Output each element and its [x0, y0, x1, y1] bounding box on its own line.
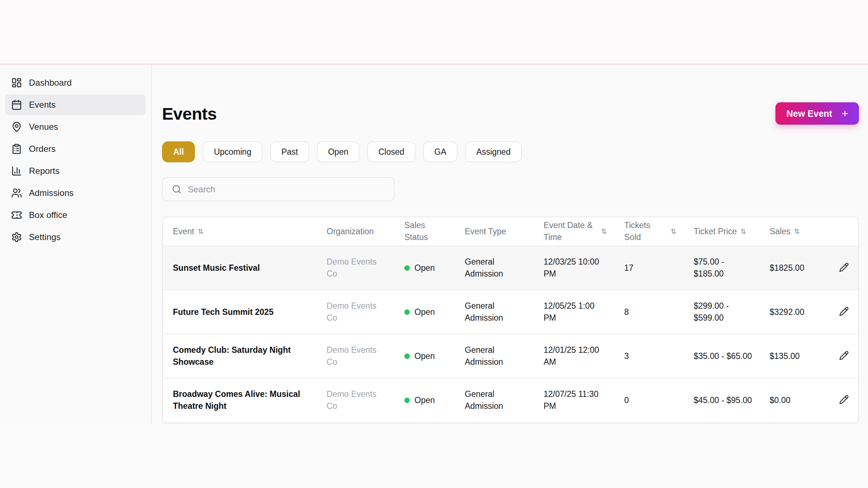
cell-ticket-price: $75.00 - $185.00 [684, 256, 760, 280]
filter-pill-past[interactable]: Past [270, 141, 309, 162]
cell-organization: Demo Events Co [316, 388, 394, 412]
filter-pill-upcoming[interactable]: Upcoming [203, 141, 263, 162]
filter-pill-assigned[interactable]: Assigned [465, 141, 522, 162]
cell-event-type: General Admission [455, 344, 533, 368]
sort-icon[interactable]: ⇅ [601, 226, 607, 237]
pencil-icon [839, 262, 849, 272]
edit-event-button[interactable] [837, 393, 851, 408]
cell-sales: $135.00 [760, 350, 827, 362]
status-label: Open [414, 262, 435, 274]
table-clipped-footer [163, 422, 858, 424]
column-header-label: Event Date & Time [544, 219, 597, 243]
cell-event-name: Future Tech Summit 2025 [163, 306, 316, 318]
cell-sales-status: Open [394, 350, 455, 362]
column-header-organization[interactable]: Organization [316, 226, 394, 237]
sidebar-item-box-office[interactable]: Box office [5, 205, 146, 225]
cell-sales: $1825.00 [760, 262, 827, 274]
column-header-label: Sales [770, 226, 791, 237]
sidebar-item-label: Admissions [29, 188, 74, 198]
cell-tickets-sold: 8 [614, 306, 684, 318]
status-dot [404, 354, 410, 359]
edit-event-button[interactable] [837, 260, 851, 275]
cell-event-name: Comedy Club: Saturday Night Showcase [163, 344, 316, 368]
new-event-label: New Event [786, 108, 832, 119]
status-label: Open [414, 306, 435, 318]
sidebar-item-label: Events [29, 100, 56, 110]
users-icon [11, 188, 22, 198]
browser-bottom-whitespace [0, 424, 868, 488]
cell-event-type: General Admission [455, 300, 533, 324]
sidebar-item-label: Box office [29, 210, 67, 220]
column-header-ticket-price[interactable]: Ticket Price ⇅ [684, 226, 760, 237]
search-input[interactable] [188, 184, 385, 194]
cell-tickets-sold: 17 [614, 262, 684, 274]
plus-icon: + [842, 108, 848, 119]
clipboard-icon [11, 144, 22, 154]
search-box[interactable] [162, 177, 395, 201]
cell-sales-status: Open [394, 306, 455, 318]
sidebar-item-reports[interactable]: Reports [5, 160, 146, 181]
sidebar-item-label: Dashboard [29, 78, 72, 88]
cell-ticket-price: $35.00 - $65.00 [684, 350, 760, 362]
cell-ticket-price: $299.00 - $599.00 [684, 300, 760, 324]
column-header-label: Ticket Price [694, 226, 737, 237]
sidebar-item-orders[interactable]: Orders [5, 138, 146, 159]
column-header-event[interactable]: Event ⇅ [163, 226, 316, 237]
cell-date-time: 12/07/25 11:30 PM [533, 388, 614, 412]
cell-organization: Demo Events Co [316, 256, 394, 280]
column-header-tickets-sold[interactable]: Tickets Sold ⇅ [614, 219, 684, 243]
filter-pill-all[interactable]: All [162, 141, 195, 162]
sidebar-item-dashboard[interactable]: Dashboard [5, 72, 146, 93]
sidebar-item-label: Settings [29, 232, 61, 242]
events-table: Event ⇅ Organization Sales Status Event … [162, 217, 859, 424]
sort-icon[interactable]: ⇅ [794, 226, 800, 237]
search-icon [172, 184, 182, 194]
sidebar-item-label: Reports [29, 166, 60, 176]
pencil-icon [839, 395, 849, 404]
sidebar-item-events[interactable]: Events [5, 94, 146, 115]
cell-ticket-price: $45.00 - $95.00 [684, 394, 760, 406]
column-header-sales[interactable]: Sales ⇅ [760, 226, 827, 237]
cell-organization: Demo Events Co [316, 344, 394, 368]
table-row[interactable]: Comedy Club: Saturday Night Showcase Dem… [163, 334, 858, 378]
filter-pill-ga[interactable]: GA [423, 141, 458, 162]
column-header-sales-status[interactable]: Sales Status [394, 219, 455, 243]
table-row[interactable]: Broadway Comes Alive: Musical Theatre Ni… [163, 378, 858, 422]
column-header-event-date-time[interactable]: Event Date & Time ⇅ [533, 219, 614, 243]
browser-top-whitespace [0, 0, 868, 64]
filter-pills: AllUpcomingPastOpenClosedGAAssigned [162, 141, 859, 162]
pencil-icon [839, 307, 849, 316]
sort-icon[interactable]: ⇅ [198, 226, 204, 237]
column-header-label: Tickets Sold [624, 219, 667, 243]
dashboard-icon [11, 77, 22, 88]
new-event-button[interactable]: New Event + [775, 102, 859, 125]
sort-icon[interactable]: ⇅ [671, 226, 676, 237]
edit-event-button[interactable] [837, 348, 851, 364]
cell-date-time: 12/05/25 1:00 PM [533, 300, 614, 324]
sort-icon[interactable]: ⇅ [740, 226, 746, 237]
sidebar: Dashboard Events Venues Orders Reports A… [0, 65, 152, 424]
table-row[interactable]: Future Tech Summit 2025 Demo Events Co O… [163, 290, 858, 334]
calendar-icon [11, 99, 22, 110]
sidebar-item-admissions[interactable]: Admissions [5, 183, 146, 203]
column-header-event-type[interactable]: Event Type [455, 226, 533, 237]
cell-sales-status: Open [394, 394, 455, 406]
filter-pill-open[interactable]: Open [317, 141, 359, 162]
cell-sales: $0.00 [760, 394, 827, 406]
filter-pill-closed[interactable]: Closed [367, 141, 416, 162]
main-content: Events New Event + AllUpcomingPastOpenCl… [152, 65, 868, 424]
edit-event-button[interactable] [837, 304, 851, 320]
cell-date-time: 12/01/25 12:00 AM [533, 344, 614, 368]
status-dot [404, 265, 410, 271]
cell-organization: Demo Events Co [316, 300, 394, 324]
sidebar-item-venues[interactable]: Venues [5, 116, 146, 137]
status-dot [404, 398, 410, 403]
ticket-icon [11, 210, 22, 221]
status-label: Open [414, 350, 435, 362]
page-title: Events [162, 104, 217, 124]
cell-event-type: General Admission [455, 388, 533, 412]
table-row[interactable]: Sunset Music Festival Demo Events Co Ope… [163, 245, 858, 290]
sidebar-item-settings[interactable]: Settings [5, 227, 146, 247]
sidebar-item-label: Orders [29, 144, 56, 154]
map-pin-icon [11, 121, 22, 132]
